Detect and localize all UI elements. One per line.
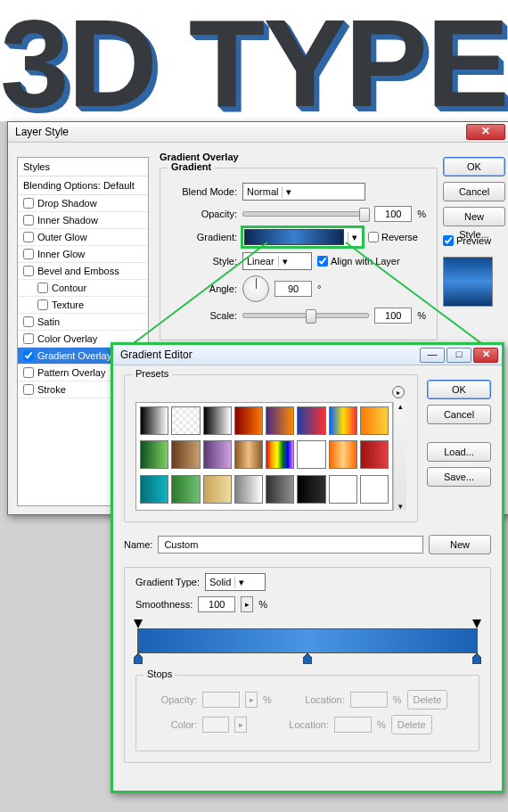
preset-swatch[interactable]: [329, 440, 357, 469]
preset-swatch[interactable]: [266, 440, 294, 469]
style-item-checkbox[interactable]: [23, 215, 34, 226]
preset-swatch[interactable]: [140, 406, 168, 435]
gradient-editor-titlebar[interactable]: Gradient Editor — □ ✕: [113, 345, 502, 365]
svg-marker-6: [472, 653, 481, 664]
gradient-picker[interactable]: ▾: [242, 227, 363, 247]
gradient-bar[interactable]: [137, 628, 478, 653]
preset-swatch[interactable]: [329, 475, 357, 504]
chevron-down-icon: ▾: [282, 186, 295, 198]
stop-location-value: [350, 692, 388, 708]
preview-checkbox[interactable]: Preview: [443, 235, 505, 246]
style-item-label: Drop Shadow: [37, 198, 97, 209]
preset-swatch[interactable]: [140, 440, 168, 469]
preset-swatch[interactable]: [234, 475, 263, 504]
cancel-button[interactable]: Cancel: [443, 182, 505, 201]
color-stop-right[interactable]: [472, 653, 481, 664]
preset-swatch[interactable]: [297, 440, 325, 469]
style-item-outer-glow[interactable]: Outer Glow: [18, 229, 148, 246]
preset-swatch[interactable]: [234, 440, 263, 469]
style-item-checkbox[interactable]: [23, 266, 34, 276]
style-item-checkbox[interactable]: [23, 350, 34, 361]
stop-color-label: Color:: [147, 719, 197, 730]
style-item-checkbox[interactable]: [23, 249, 34, 259]
preset-swatch[interactable]: [360, 475, 389, 504]
preset-swatch[interactable]: [297, 406, 325, 435]
style-item-checkbox[interactable]: [23, 384, 34, 395]
style-item-contour[interactable]: Contour: [18, 280, 148, 297]
load-button[interactable]: Load...: [427, 442, 491, 462]
percent-label: %: [417, 209, 426, 219]
new-button[interactable]: New: [429, 535, 491, 554]
preset-swatch[interactable]: [171, 440, 200, 469]
layer-style-title: Layer Style: [15, 126, 466, 138]
opacity-slider[interactable]: [242, 211, 369, 217]
style-item-checkbox[interactable]: [23, 316, 34, 327]
presets-menu-icon[interactable]: ▸: [392, 386, 405, 398]
preset-swatch[interactable]: [171, 475, 200, 504]
style-item-checkbox[interactable]: [23, 333, 34, 344]
ok-button[interactable]: OK: [427, 380, 491, 399]
chevron-down-icon: ▾: [278, 256, 291, 267]
preset-swatch[interactable]: [266, 406, 294, 435]
svg-marker-5: [303, 653, 312, 664]
save-button[interactable]: Save...: [427, 467, 491, 487]
preset-swatch[interactable]: [360, 440, 389, 469]
cancel-button[interactable]: Cancel: [427, 405, 491, 424]
color-stop-mid[interactable]: [303, 653, 312, 664]
color-stop-left[interactable]: [134, 653, 143, 664]
blend-mode-combo[interactable]: Normal ▾: [242, 183, 365, 201]
name-input[interactable]: Custom: [158, 536, 423, 554]
close-icon[interactable]: ✕: [473, 348, 498, 363]
ok-button[interactable]: OK: [443, 157, 505, 176]
maximize-icon[interactable]: □: [447, 348, 471, 363]
preset-swatch[interactable]: [140, 475, 168, 504]
preset-swatch[interactable]: [203, 406, 232, 435]
gradient-group-label: Gradient: [168, 161, 215, 172]
style-item-inner-shadow[interactable]: Inner Shadow: [18, 212, 148, 229]
preset-swatch[interactable]: [266, 475, 294, 504]
style-item-texture[interactable]: Texture: [18, 297, 148, 314]
preset-swatch[interactable]: [360, 406, 389, 435]
opacity-stop-left[interactable]: [134, 619, 143, 628]
scale-value[interactable]: 100: [374, 308, 412, 324]
scale-label: Scale:: [171, 310, 237, 321]
style-combo[interactable]: Linear ▾: [242, 252, 312, 270]
new-style-button[interactable]: New Style...: [443, 207, 505, 226]
style-item-label: Bevel and Emboss: [37, 266, 119, 276]
style-item-checkbox[interactable]: [23, 367, 34, 378]
smoothness-value[interactable]: 100: [198, 596, 235, 612]
style-item-checkbox[interactable]: [37, 283, 48, 293]
angle-dial[interactable]: [242, 275, 269, 302]
presets-grid: [135, 402, 393, 511]
delete-color-stop-button: Delete: [391, 715, 432, 734]
blending-options-header[interactable]: Blending Options: Default: [18, 176, 148, 195]
style-item-inner-glow[interactable]: Inner Glow: [18, 246, 148, 263]
preset-swatch[interactable]: [234, 406, 263, 435]
gradient-swatch: [244, 229, 344, 245]
preset-swatch[interactable]: [329, 406, 357, 435]
preset-swatch[interactable]: [171, 406, 200, 435]
presets-scrollbar[interactable]: ▴▾: [393, 402, 406, 511]
style-item-satin[interactable]: Satin: [18, 314, 148, 331]
opacity-stop-right[interactable]: [472, 619, 481, 628]
smoothness-menu-icon[interactable]: ▸: [241, 596, 253, 612]
preset-swatch[interactable]: [203, 475, 232, 504]
layer-style-titlebar[interactable]: Layer Style ✕: [8, 122, 508, 143]
style-item-drop-shadow[interactable]: Drop Shadow: [18, 195, 148, 212]
close-icon[interactable]: ✕: [466, 124, 505, 140]
preset-swatch[interactable]: [203, 440, 232, 469]
style-item-bevel-and-emboss[interactable]: Bevel and Emboss: [18, 263, 148, 280]
gradient-type-combo[interactable]: Solid▾: [205, 573, 266, 591]
reverse-checkbox[interactable]: Reverse: [368, 232, 418, 242]
styles-header[interactable]: Styles: [18, 158, 148, 176]
opacity-value[interactable]: 100: [374, 206, 412, 222]
style-item-checkbox[interactable]: [23, 198, 34, 209]
style-item-checkbox[interactable]: [23, 232, 34, 242]
preset-swatch[interactable]: [297, 475, 325, 504]
style-item-checkbox[interactable]: [37, 299, 48, 310]
scale-slider[interactable]: [242, 313, 369, 318]
gradient-label: Gradient:: [171, 232, 237, 242]
align-checkbox[interactable]: Align with Layer: [317, 256, 400, 267]
angle-value[interactable]: 90: [274, 281, 312, 297]
minimize-icon[interactable]: —: [420, 348, 445, 363]
